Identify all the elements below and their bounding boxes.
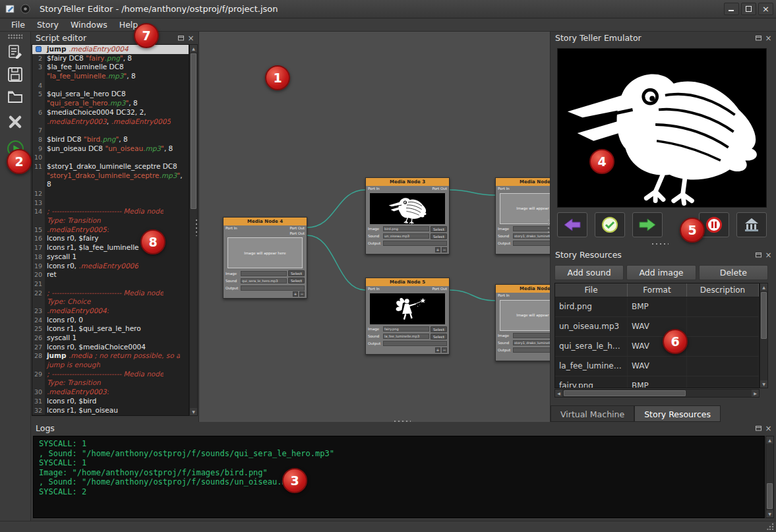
menu-file[interactable]: File — [5, 18, 31, 32]
app-menu-icon[interactable] — [4, 3, 16, 15]
node-select-button[interactable]: Select — [431, 326, 447, 332]
output-port[interactable]: Port Out — [289, 231, 305, 236]
table-cell[interactable] — [687, 297, 759, 316]
node-title[interactable]: Media Node 5 — [366, 278, 449, 286]
code-line[interactable]: 9$un_oiseau DC8 "un_oiseau.mp3", 8 — [32, 144, 189, 154]
toolbar-handle[interactable] — [8, 34, 22, 40]
table-cell[interactable] — [687, 337, 759, 356]
input-port[interactable]: Port In — [368, 287, 380, 291]
code-line[interactable]: 4 — [32, 81, 189, 90]
scrollbar-thumb[interactable] — [191, 53, 196, 209]
node-add-button[interactable]: + — [293, 291, 298, 297]
table-cell[interactable]: un_oiseau.mp3 — [555, 317, 628, 336]
node-graph-canvas[interactable]: Media Node 4Port InPort OutPort OutImage… — [198, 32, 551, 422]
table-cell[interactable]: fairy.png — [555, 376, 628, 388]
code-line[interactable]: 11$story1_drako_luminelle_sceptre DC8 — [32, 162, 189, 171]
graph-node[interactable]: Media Node 6Port InPort OutImage will ap… — [495, 284, 551, 361]
code-line[interactable]: 19lcons r0, .mediaEntry0006 — [32, 262, 189, 271]
code-line[interactable]: 29; ---------------------------- Media n… — [32, 370, 189, 379]
emulator-validate-button[interactable] — [595, 212, 625, 237]
code-line[interactable]: Type: Transition — [32, 378, 189, 388]
code-line[interactable]: 25lcons r1, $qui_sera_le_hero — [32, 324, 189, 334]
code-line[interactable]: jump is enough — [32, 361, 189, 370]
table-row[interactable]: qui_sera_le_hero.mp3WAV — [555, 337, 759, 357]
tab-story-resources[interactable]: Story Resources — [634, 405, 721, 422]
node-title[interactable]: Media Node 6 — [496, 285, 551, 293]
scrollbar-thumb[interactable] — [564, 390, 686, 396]
code-line[interactable]: 17lcons r1, $la_fee_luminelle — [32, 243, 189, 252]
menu-help[interactable]: Help — [113, 18, 144, 32]
code-line[interactable]: 13 — [32, 198, 189, 208]
table-cell[interactable]: WAV — [628, 357, 687, 376]
table-cell[interactable]: BMP — [628, 376, 687, 388]
new-script-button[interactable] — [5, 42, 26, 62]
code-line[interactable]: 14; ---------------------------- Media n… — [32, 207, 189, 216]
close-icon[interactable]: × — [186, 33, 196, 43]
input-port[interactable]: Port In — [225, 226, 237, 231]
scroll-down-icon[interactable]: ▼ — [766, 510, 773, 517]
node-add-button[interactable]: + — [435, 247, 440, 252]
code-line[interactable]: 28jump .media ; no return possible, so a — [32, 351, 189, 361]
maximize-button[interactable] — [741, 3, 756, 15]
code-line[interactable]: 8$bird DC8 "bird.png", 8 — [32, 135, 189, 144]
graph-node[interactable]: Media Node 4Port InPort OutPort OutImage… — [223, 217, 307, 299]
code-line[interactable]: 7 — [32, 126, 189, 135]
code-line[interactable]: 5$qui_sera_le_hero DC8 — [32, 90, 189, 99]
code-line[interactable]: 24lcons r0, 0 — [32, 316, 189, 325]
node-remove-button[interactable]: − — [442, 247, 447, 252]
table-cell[interactable] — [687, 317, 759, 336]
close-icon[interactable]: × — [763, 33, 773, 43]
node-row-value[interactable]: story1_drako_luminelle_sceptre.mp3 — [513, 340, 551, 345]
node-title[interactable]: Media Node 3 — [366, 178, 449, 186]
node-row-value[interactable] — [241, 271, 287, 276]
node-row-value[interactable] — [513, 347, 551, 353]
table-cell[interactable]: bird.png — [555, 297, 628, 316]
scrollbar-thumb[interactable] — [767, 483, 773, 509]
emulator-pause-button[interactable] — [699, 212, 729, 237]
scroll-right-icon[interactable]: ▶ — [752, 390, 759, 397]
table-row[interactable]: bird.pngBMP — [555, 297, 759, 317]
code-line[interactable]: 3$la_fee_luminelle DC8 — [32, 63, 189, 72]
code-line[interactable]: 26syscall 1 — [32, 334, 189, 343]
output-port[interactable]: Port Out — [432, 187, 447, 191]
node-select-button[interactable]: Select — [288, 270, 305, 276]
float-icon[interactable] — [754, 33, 763, 43]
code-line[interactable]: 12 — [32, 189, 189, 198]
input-port[interactable]: Port In — [368, 187, 380, 191]
node-select-button[interactable]: Select — [431, 334, 447, 340]
node-title[interactable]: Media Node 4 — [224, 218, 307, 225]
run-button[interactable] — [5, 138, 26, 158]
node-row-value[interactable]: bird.png — [383, 226, 429, 231]
input-port[interactable]: Port In — [498, 187, 510, 191]
node-select-button[interactable]: Select — [288, 278, 305, 283]
title-bar[interactable]: StoryTeller Editor - /home/anthony/ostpr… — [0, 0, 776, 18]
add-sound-button[interactable]: Add sound — [554, 265, 624, 280]
delete-resource-button[interactable]: Delete — [699, 265, 768, 280]
table-cell[interactable]: BMP — [628, 297, 687, 316]
table-cell[interactable]: WAV — [628, 317, 687, 336]
node-row-value[interactable]: fairy.png — [383, 326, 429, 332]
minimize-button[interactable] — [724, 3, 739, 15]
column-header-format[interactable]: Format — [628, 283, 687, 297]
logs-header[interactable]: Logs × — [31, 422, 776, 434]
output-port[interactable]: Port Out — [432, 287, 447, 291]
emulator-header[interactable]: Story Teller Emulator × — [551, 32, 776, 44]
menu-windows[interactable]: Windows — [65, 18, 113, 32]
node-row-value[interactable]: un_oiseau.mp3 — [383, 233, 429, 239]
column-header-file[interactable]: File — [555, 283, 628, 297]
code-line[interactable]: 16lcons r0, $fairy — [32, 234, 189, 243]
table-vertical-scrollbar[interactable]: ▲ ▼ — [760, 283, 768, 388]
close-icon[interactable]: × — [763, 250, 773, 260]
node-title[interactable]: Media Node 2 — [496, 178, 551, 186]
code-line[interactable]: 18syscall 1 — [32, 252, 189, 262]
splitter-handle[interactable] — [547, 219, 550, 236]
code-line[interactable]: 20ret — [32, 270, 189, 280]
column-header-description[interactable]: Description — [687, 283, 759, 297]
code-line[interactable]: 22; ---------------------------- Media n… — [32, 289, 189, 298]
save-button[interactable] — [5, 65, 26, 84]
graph-node[interactable]: Media Node 5Port InPort OutImagefairy.pn… — [365, 278, 450, 355]
node-row-value[interactable] — [513, 226, 551, 231]
code-line[interactable]: 2$fairy DC8 "fairy.png", 8 — [32, 54, 189, 63]
output-port[interactable]: Port Out — [289, 226, 305, 231]
node-remove-button[interactable]: − — [442, 347, 447, 353]
